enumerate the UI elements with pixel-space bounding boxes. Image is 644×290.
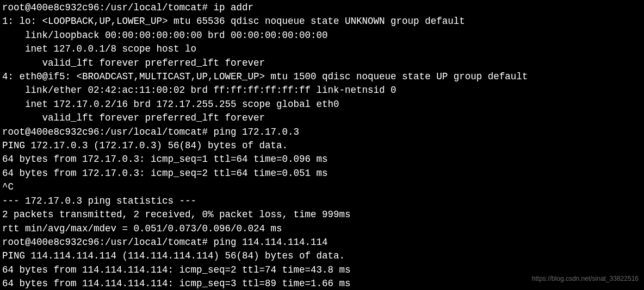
terminal-line: inet 172.17.0.2/16 brd 172.17.255.255 sc…: [2, 98, 642, 111]
terminal-line: --- 172.17.0.3 ping statistics ---: [2, 194, 642, 208]
terminal-line: link/ether 02:42:ac:11:00:02 brd ff:ff:f…: [2, 84, 642, 97]
terminal-line: PING 172.17.0.3 (172.17.0.3) 56(84) byte…: [2, 139, 642, 153]
terminal-line: root@400e8c932c96:/usr/local/tomcat# pin…: [2, 125, 642, 139]
terminal-line: 4: eth0@if5: <BROADCAST,MULTICAST,UP,LOW…: [2, 70, 642, 84]
terminal-line: 64 bytes from 172.17.0.3: icmp_seq=1 ttl…: [2, 153, 642, 166]
terminal-line: root@400e8c932c96:/usr/local/tomcat# ip …: [2, 1, 642, 15]
terminal-line: valid_lft forever preferred_lft forever: [2, 111, 642, 125]
terminal-line: link/loopback 00:00:00:00:00:00 brd 00:0…: [2, 29, 642, 42]
watermark-text: https://blog.csdn.net/sinat_33822516: [532, 272, 639, 286]
terminal-line: 2 packets transmitted, 2 received, 0% pa…: [2, 208, 642, 222]
terminal-output[interactable]: root@400e8c932c96:/usr/local/tomcat# ip …: [0, 0, 644, 290]
terminal-line: 1: lo: <LOOPBACK,UP,LOWER_UP> mtu 65536 …: [2, 15, 642, 28]
terminal-line: valid_lft forever preferred_lft forever: [2, 56, 642, 70]
terminal-line: inet 127.0.0.1/8 scope host lo: [2, 42, 642, 56]
terminal-line: rtt min/avg/max/mdev = 0.051/0.073/0.096…: [2, 222, 642, 236]
terminal-line: PING 114.114.114.114 (114.114.114.114) 5…: [2, 249, 642, 263]
terminal-line: ^C: [2, 180, 642, 194]
terminal-line: 64 bytes from 172.17.0.3: icmp_seq=2 ttl…: [2, 167, 642, 180]
terminal-line: root@400e8c932c96:/usr/local/tomcat# pin…: [2, 236, 642, 249]
